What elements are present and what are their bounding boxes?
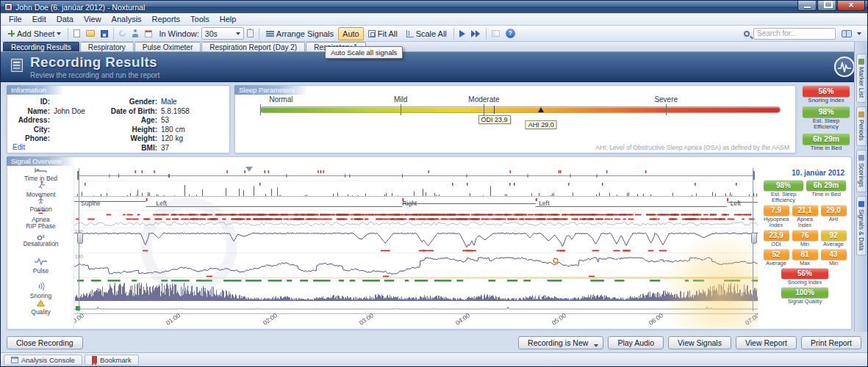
stat-label: AHI [829,217,839,222]
stats-group-pulse: 52 Average 81 Max 43 Min [762,249,847,266]
arrange-signals-icon [266,30,274,37]
console-icon [11,357,18,363]
minimize-button[interactable] [797,1,817,11]
menu-analysis[interactable]: Analysis [107,14,147,24]
tab-scroll-arrows[interactable] [856,44,867,48]
signal-label-quality[interactable]: Quality [8,302,73,313]
selection-handle-right[interactable] [753,168,753,311]
search-icon [744,31,750,37]
new-document-icon [73,29,80,37]
add-sheet-label: Add Sheet [17,29,54,38]
maximize-button[interactable] [817,1,836,11]
toolbar-separator [113,28,114,40]
position-track[interactable]: SupineLeftRightLeftLeft [74,197,758,211]
right-sidebar: Marker List Periods Scorings Signals & D… [854,42,867,332]
help-button[interactable] [503,27,518,40]
view-report-button[interactable]: View Report [736,336,797,349]
tab-respiration-report-day-2[interactable]: Respiration Report (Day 2) [201,42,305,51]
open-button[interactable] [83,27,98,40]
field-label: BMI: [106,144,157,153]
menu-file[interactable]: File [4,14,27,24]
sheet-tabs: Recording Results Respiratory Pulse Oxim… [1,42,867,52]
arrange-signals-button[interactable]: Arrange Signals [262,27,338,40]
sidebar-tab-periods[interactable]: Periods [856,106,867,146]
window-controls [797,1,865,11]
fit-all-button[interactable]: Fit All [364,27,402,40]
clipboard-button[interactable] [244,27,257,40]
sidebar-tab-signals-data[interactable]: Signals & Data [856,196,867,255]
signal-chart-area[interactable]: SupineLeftRightLeftLeft 100 100 00:0001:… [74,167,758,328]
view-signals-button[interactable]: View Signals [668,336,731,349]
menu-help[interactable]: Help [215,14,242,24]
severity-tick [666,104,667,115]
layout-button[interactable] [489,27,503,40]
tab-recording-results[interactable]: Recording Results [3,42,79,51]
undo-icon [118,29,128,38]
time-axis-label: 02:00 [261,312,278,327]
sidebar-tab-marker-list[interactable]: Marker List [856,54,867,103]
chevron-down-icon [57,32,61,37]
movement-icon [37,181,46,192]
find-button[interactable] [839,27,854,40]
menu-data[interactable]: Data [51,14,79,24]
signal-label-text: Pulse [33,268,49,275]
time-in-bed-track[interactable] [74,167,758,181]
fast-forward-button[interactable] [468,27,484,40]
menu-edit[interactable]: Edit [27,14,51,24]
signal-label-time-in-bed[interactable]: Time in Bed [8,167,73,181]
stat-badge: 98% [764,180,803,191]
signal-label-text: Quality [31,309,50,316]
information-column-right: Gender:Male Date of Birth:5.8.1958 Age:5… [106,98,226,153]
menu-view[interactable]: View [79,14,107,24]
severity-scale: Normal Mild Moderate Severe ODI 23,9 AHI… [260,95,781,138]
search-input[interactable] [753,28,836,40]
time-in-bed-canvas [74,167,758,181]
save-icon [101,30,108,37]
play-button[interactable] [456,27,468,40]
close-button[interactable] [837,1,865,11]
new-document-button[interactable] [71,27,83,40]
calendar-button[interactable] [142,27,155,40]
sidebar-tab-scorings[interactable]: Scorings [856,150,867,192]
field-label: Name: [12,107,50,117]
stats-group-desaturation: 23,9 ODI 76 Min 92 Average [762,230,847,247]
signal-label-snoring[interactable]: Snoring [8,278,73,302]
undo-button[interactable] [116,27,129,40]
close-recording-button[interactable]: Close Recording [7,336,83,349]
recording-status-dropdown[interactable]: Recording is New [518,336,603,349]
timeline-marker-flag[interactable] [245,167,253,172]
calendar-icon [145,30,152,37]
menu-tools[interactable]: Tools [185,14,215,24]
search-options-button[interactable] [854,27,864,40]
tab-respiratory[interactable]: Respiratory [80,42,134,51]
play-audio-button[interactable]: Play Audio [608,336,664,349]
in-window-select[interactable]: 30s [201,27,244,40]
field-value: 5.8.1958 [161,107,190,117]
edit-link[interactable]: Edit [12,143,25,151]
signal-label-desaturation[interactable]: O² Desaturation [8,228,73,253]
stat-label: Snoring Index [788,280,822,286]
stat-badge: 81 [792,249,818,260]
time-in-bed-label: Time in Bed [811,145,842,152]
print-report-button[interactable]: Print Report [801,336,861,349]
snoring-index-badge: 56% [803,85,850,97]
scale-all-button[interactable]: Scale All [402,27,451,40]
user-button[interactable] [129,27,142,40]
field-bmi: BMI:37 [106,144,226,153]
selection-handle-left[interactable] [79,168,79,311]
add-sheet-button[interactable]: Add Sheet [4,27,65,40]
signal-label-apnea[interactable]: Apnea RIP Phase [8,211,73,228]
signal-label-pulse[interactable]: Pulse [8,253,73,278]
movement-track[interactable] [74,181,758,197]
field-gender: Gender:Male [106,98,226,107]
bookmark-tab[interactable]: Bookmark [85,355,139,366]
stat-cell: 76 Min [792,230,818,247]
field-label: Phone: [12,134,50,144]
menu-reports[interactable]: Reports [147,14,186,24]
grid-icon [492,30,500,37]
save-button[interactable] [98,27,111,40]
auto-scale-button[interactable]: Auto [338,27,364,40]
tab-pulse-oximeter[interactable]: Pulse Oximeter [134,42,201,51]
titlebar[interactable]: John Doe (6. janúar 2012) - Noxturnal [1,1,867,13]
analysis-console-tab[interactable]: Analysis Console [4,355,82,366]
